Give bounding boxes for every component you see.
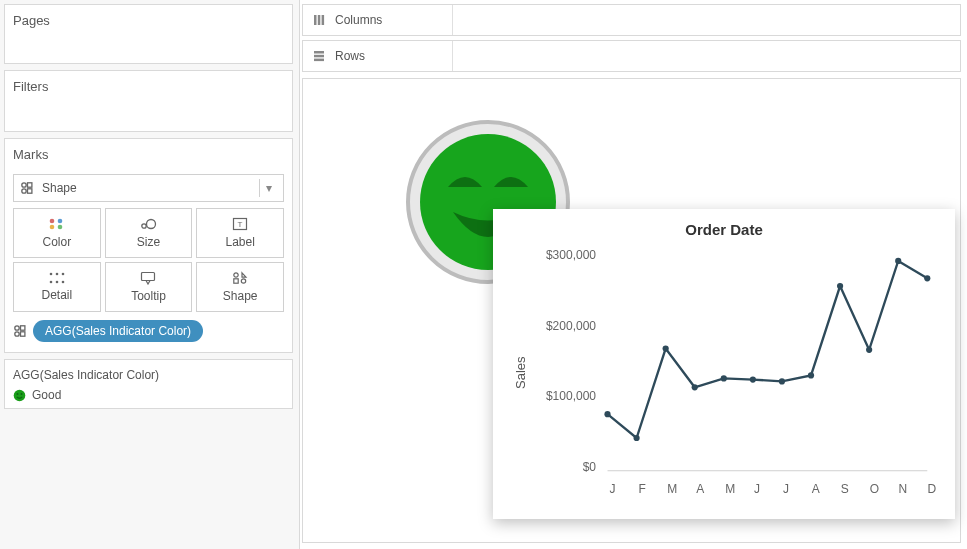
svg-rect-31 xyxy=(322,15,325,25)
marks-size-button[interactable]: Size xyxy=(105,208,193,258)
svg-point-0 xyxy=(22,183,26,187)
shape-icon xyxy=(13,324,27,338)
marks-card: Marks Shape ▾ xyxy=(4,138,293,353)
legend-title: AGG(Sales Indicator Color) xyxy=(13,366,284,388)
svg-rect-29 xyxy=(314,15,317,25)
detail-icon xyxy=(49,272,65,284)
svg-point-24 xyxy=(15,332,19,336)
svg-point-13 xyxy=(56,273,59,276)
svg-rect-32 xyxy=(314,51,324,54)
chart-ylabel: Sales xyxy=(511,244,530,502)
rows-drop-area[interactable] xyxy=(453,41,960,71)
svg-point-2 xyxy=(22,189,26,193)
svg-point-27 xyxy=(17,393,19,395)
svg-point-5 xyxy=(58,219,63,224)
color-icon xyxy=(48,217,66,231)
chart-plot: $300,000$200,000$100,000$0 JFMAMJJASOND xyxy=(530,244,937,502)
marks-pill-agg-sales-indicator-color[interactable]: AGG(Sales Indicator Color) xyxy=(33,320,203,342)
svg-point-21 xyxy=(241,279,245,283)
columns-shelf[interactable]: Columns xyxy=(302,4,961,36)
marks-shape-pill-row: AGG(Sales Indicator Color) xyxy=(13,320,284,342)
columns-label: Columns xyxy=(335,13,382,27)
svg-point-19 xyxy=(234,273,238,277)
smiley-icon xyxy=(13,389,26,402)
svg-point-22 xyxy=(15,326,19,330)
svg-text:T: T xyxy=(238,220,243,229)
svg-point-42 xyxy=(721,375,727,381)
tooltip-icon xyxy=(140,271,156,285)
pages-title: Pages xyxy=(13,11,284,32)
marks-label-button[interactable]: T Label xyxy=(196,208,284,258)
rows-icon xyxy=(313,50,325,62)
svg-rect-30 xyxy=(318,15,321,25)
svg-rect-3 xyxy=(28,189,32,193)
columns-icon xyxy=(313,14,325,26)
svg-rect-23 xyxy=(21,326,25,330)
svg-rect-18 xyxy=(142,273,155,281)
color-legend-card: AGG(Sales Indicator Color) Good xyxy=(4,359,293,409)
mark-type-label: Shape xyxy=(42,181,77,195)
svg-point-45 xyxy=(808,372,814,378)
svg-point-28 xyxy=(21,393,23,395)
rows-label: Rows xyxy=(335,49,365,63)
viz-in-tooltip: Order Date Sales $300,000$200,000$100,00… xyxy=(493,209,955,519)
chart-title: Order Date xyxy=(511,221,937,238)
marks-title: Marks xyxy=(13,145,284,166)
svg-point-8 xyxy=(142,224,146,228)
svg-point-6 xyxy=(50,225,55,230)
marks-color-button[interactable]: Color xyxy=(13,208,101,258)
svg-point-4 xyxy=(50,219,55,224)
svg-point-40 xyxy=(663,345,669,351)
svg-rect-25 xyxy=(21,332,25,336)
svg-point-49 xyxy=(924,275,930,281)
pages-shelf[interactable]: Pages xyxy=(4,4,293,64)
filters-shelf[interactable]: Filters xyxy=(4,70,293,132)
svg-rect-1 xyxy=(28,183,32,187)
svg-rect-34 xyxy=(314,59,324,62)
svg-point-12 xyxy=(50,273,53,276)
svg-point-14 xyxy=(62,273,65,276)
svg-point-47 xyxy=(866,347,872,353)
shape-icon xyxy=(20,181,34,195)
shape-icon xyxy=(232,271,248,285)
svg-point-9 xyxy=(147,220,156,229)
chevron-down-icon[interactable]: ▾ xyxy=(259,179,277,197)
svg-point-26 xyxy=(14,389,26,401)
marks-tooltip-button[interactable]: Tooltip xyxy=(105,262,193,312)
mark-type-select[interactable]: Shape ▾ xyxy=(13,174,284,202)
marks-detail-button[interactable]: Detail xyxy=(13,262,101,312)
svg-rect-20 xyxy=(234,279,238,283)
svg-point-16 xyxy=(56,281,59,284)
svg-point-46 xyxy=(837,283,843,289)
left-panel: Pages Filters Marks Shape xyxy=(0,0,300,549)
svg-point-41 xyxy=(692,384,698,390)
svg-point-44 xyxy=(779,378,785,384)
svg-point-7 xyxy=(58,225,63,230)
label-icon: T xyxy=(232,217,248,231)
marks-shape-button[interactable]: Shape xyxy=(196,262,284,312)
size-icon xyxy=(138,217,158,231)
viz-canvas[interactable]: Order Date Sales $300,000$200,000$100,00… xyxy=(302,78,961,543)
columns-drop-area[interactable] xyxy=(453,5,960,35)
svg-point-39 xyxy=(633,435,639,441)
rows-shelf[interactable]: Rows xyxy=(302,40,961,72)
svg-point-15 xyxy=(50,281,53,284)
right-panel: Columns Rows xyxy=(300,0,967,549)
svg-rect-33 xyxy=(314,55,324,58)
svg-point-43 xyxy=(750,376,756,382)
legend-item-good[interactable]: Good xyxy=(13,388,284,402)
filters-title: Filters xyxy=(13,77,284,98)
svg-point-17 xyxy=(62,281,65,284)
svg-point-48 xyxy=(895,258,901,264)
legend-item-label: Good xyxy=(32,388,61,402)
svg-point-38 xyxy=(604,411,610,417)
